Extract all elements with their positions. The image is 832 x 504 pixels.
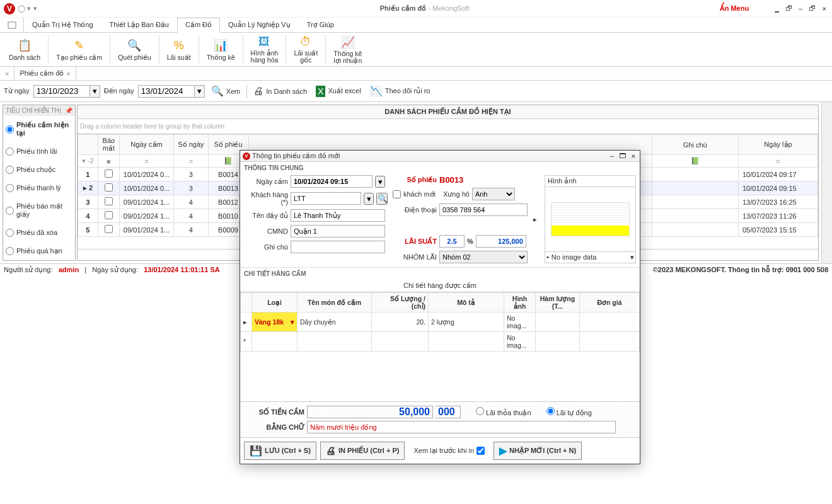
doc-tab-label: Phiếu cầm đồ: [20, 69, 64, 77]
filter-ghichu[interactable]: 📗: [652, 155, 739, 168]
no-image-label: No image data: [550, 252, 629, 263]
menu-handle[interactable]: [0, 18, 24, 32]
date-label: Ngày sử dụng:: [92, 266, 138, 273]
sidebar-item-5[interactable]: Phiếu đã xóa: [3, 224, 75, 242]
risk-button[interactable]: 📉Theo dõi rủi ro: [367, 84, 433, 98]
ribbon-item-4[interactable]: 📊Thống kê: [200, 33, 241, 66]
window-title: Phiếu cầm đồ - MekongSoft: [130, 4, 720, 13]
ribbon-item-2[interactable]: 🔍Quét phiếu: [112, 33, 158, 66]
menu-tab-4[interactable]: Trợ Giúp: [299, 18, 342, 32]
app-logo-icon: V: [4, 3, 15, 14]
interest-rate[interactable]: 2.5: [439, 235, 465, 248]
menu-tab-2[interactable]: Cầm Đồ: [177, 18, 220, 33]
grid-title: DANH SÁCH PHIẾU CẦM ĐỒ HIỆN TẠI: [78, 105, 818, 119]
copyright: ©2023 MEKONGSOFT. Thông tin hỗ trợ: 0901…: [653, 266, 828, 274]
menu-caret-icon[interactable]: ▾: [33, 4, 37, 13]
user-value: admin: [59, 266, 79, 273]
hide-menu-link[interactable]: Ẩn Menu: [720, 4, 749, 13]
minimize-icon[interactable]: —: [797, 4, 805, 13]
to-label: Đến ngày: [104, 87, 134, 95]
col-ngaycam[interactable]: Ngày cầm: [119, 135, 173, 155]
dlg-maximize-icon[interactable]: 🗖: [617, 152, 628, 160]
export-excel-button[interactable]: XXuất excel: [313, 84, 364, 98]
salutation-select[interactable]: Anh: [472, 188, 515, 200]
to-date-input[interactable]: [138, 85, 195, 98]
filter-baomat[interactable]: ■: [98, 155, 119, 168]
customer-dd[interactable]: ▾: [364, 193, 374, 205]
interest-group-select[interactable]: Nhóm 02: [439, 251, 528, 263]
cmnd-input[interactable]: [291, 225, 385, 238]
sidebar-item-6[interactable]: Phiếu quá hạn: [3, 242, 75, 260]
svg-rect-0: [8, 22, 16, 28]
dropdown-icon[interactable]: ◯ ▾: [18, 4, 31, 13]
customer-input[interactable]: [291, 192, 361, 205]
pawn-date-input[interactable]: [291, 175, 373, 188]
view-button[interactable]: 🔍Xem: [209, 84, 243, 98]
note-input[interactable]: [291, 241, 385, 253]
from-date-dd[interactable]: ▾: [90, 85, 100, 98]
col-baomat[interactable]: Báo mất: [98, 135, 119, 155]
col-ngaylap[interactable]: Ngày lập: [739, 135, 818, 155]
fullname-input[interactable]: [291, 209, 385, 222]
col-expand[interactable]: [78, 135, 98, 155]
sidebar-item-0[interactable]: Phiếu cầm hiện tại: [3, 116, 75, 142]
ribbon-item-7[interactable]: 📈Thống kêlợi nhuận: [327, 33, 368, 66]
phone-input[interactable]: [439, 203, 528, 216]
date-value: 13/01/2024 11:01:11 SA: [144, 266, 219, 273]
sidebar-item-4[interactable]: Phiếu báo mất giấy: [3, 197, 75, 224]
interest-amount[interactable]: 125,000: [476, 235, 526, 248]
dlg-minimize-icon[interactable]: —: [608, 152, 616, 160]
from-date-input[interactable]: [33, 85, 90, 98]
restore-inner-icon[interactable]: 🗗: [783, 4, 794, 13]
doc-tab-close-icon[interactable]: ×: [66, 70, 70, 77]
ribbon-item-1[interactable]: ✎Tạo phiếu cầm: [50, 33, 108, 66]
filter-handle[interactable]: ▾ -2: [78, 155, 98, 168]
ribbon-item-0[interactable]: 📋Danh sách: [3, 33, 47, 66]
image-prev-icon[interactable]: ▸: [533, 215, 537, 224]
doc-tab[interactable]: Phiếu cầm đồ ×: [14, 67, 76, 80]
ribbon-item-3[interactable]: %Lãi suất: [161, 33, 197, 66]
dlg-section-general: THÔNG TIN CHUNG: [240, 162, 640, 174]
pawn-date-dd[interactable]: ▾: [375, 176, 385, 188]
ribbon-item-5[interactable]: 🖼Hình ảnhhàng hóa: [245, 33, 285, 66]
image-label: Hình ảnh: [545, 176, 635, 187]
menu-tab-3[interactable]: Quản Lý Nghiệp Vụ: [220, 18, 299, 32]
image-nav-last-icon[interactable]: ▾: [629, 252, 635, 263]
main-scrollbar[interactable]: [821, 102, 832, 263]
group-area[interactable]: Drag a column header here to group by th…: [78, 119, 818, 134]
dlg-logo-icon: V: [243, 152, 250, 160]
dlg-title: Thông tin phiếu cầm đồ mới: [252, 152, 608, 160]
maximize-icon[interactable]: 🗗: [807, 4, 818, 13]
close-icon[interactable]: ✕: [820, 4, 828, 13]
col-ghichu[interactable]: Ghi chú: [652, 135, 739, 155]
pawn-ticket-dialog: V Thông tin phiếu cầm đồ mới — 🗖 ✕ THÔNG…: [240, 150, 640, 275]
ticket-number: B0013: [439, 175, 463, 185]
image-nav-first-icon[interactable]: •: [545, 252, 550, 263]
dlg-close-icon[interactable]: ✕: [629, 152, 637, 160]
sidebar-item-2[interactable]: Phiếu chuộc: [3, 161, 75, 179]
menu-tab-1[interactable]: Thiết Lập Ban Đầu: [101, 18, 177, 32]
sidebar-header: TIÊU CHÍ HIỂN THỊ: [6, 107, 61, 114]
print-list-button[interactable]: 🖨In Danh sách: [251, 84, 309, 98]
menu-tab-0[interactable]: Quản Trị Hệ Thống: [24, 18, 101, 32]
sidebar-item-3[interactable]: Phiếu thanh lý: [3, 179, 75, 197]
sidebar-item-1[interactable]: Phiếu tính lãi: [3, 142, 75, 161]
col-songay[interactable]: Số ngày: [174, 135, 208, 155]
filter-ngaycam[interactable]: =: [119, 155, 173, 168]
filter-ngaylap[interactable]: =: [739, 155, 818, 168]
minimize-inner-icon[interactable]: ▁: [773, 4, 781, 13]
from-label: Từ ngày: [4, 87, 30, 95]
ribbon-item-6[interactable]: ⏱Lãi suấtgốc: [287, 33, 324, 66]
filter-songay[interactable]: =: [174, 155, 208, 168]
doc-tab-close-first[interactable]: ×: [0, 67, 14, 80]
image-preview[interactable]: [546, 188, 634, 250]
user-label: Người sử dụng:: [4, 266, 53, 273]
new-customer-check[interactable]: [393, 190, 401, 198]
dlg-section-detail: CHI TIẾT HÀNG CẦM: [240, 268, 640, 275]
to-date-dd[interactable]: ▾: [195, 85, 205, 98]
customer-search[interactable]: 🔍: [376, 193, 388, 205]
sidebar-pin-icon[interactable]: 📌: [65, 107, 72, 114]
